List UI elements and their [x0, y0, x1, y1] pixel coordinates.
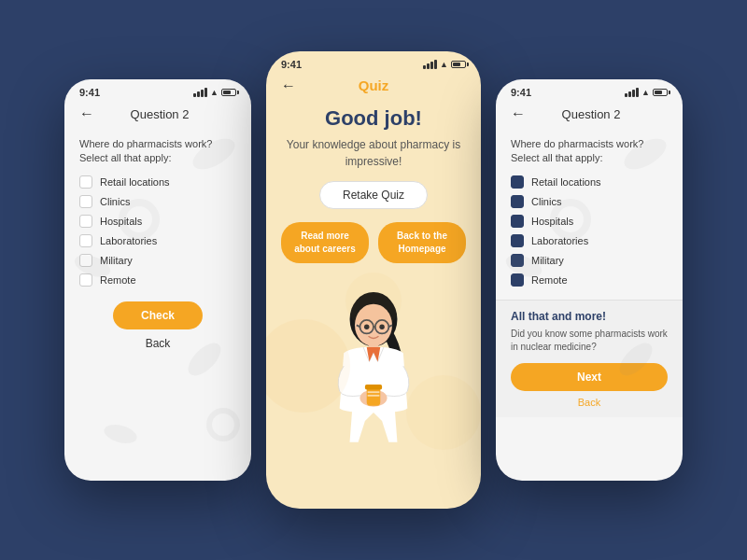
label-clinics-result: Clinics	[531, 196, 561, 207]
checkbox-hospitals[interactable]	[79, 215, 92, 228]
label-retail: Retail locations	[100, 176, 170, 188]
result-subtitle: Did you know some pharmacists work in nu…	[511, 328, 668, 354]
list-item: Clinics	[511, 195, 668, 208]
label-clinics: Clinics	[100, 196, 130, 207]
list-item: Clinics	[79, 195, 236, 208]
back-button[interactable]: Back	[79, 337, 236, 350]
center-status-time: 9:41	[281, 59, 302, 70]
right-signal-icon	[625, 88, 639, 97]
check-button[interactable]: Check	[113, 301, 203, 329]
left-status-bar: 9:41 ▲	[64, 79, 251, 102]
homepage-button[interactable]: Back to the Homepage	[378, 222, 466, 263]
checkbox-remote-result[interactable]	[511, 273, 524, 287]
next-button[interactable]: Next	[511, 363, 668, 391]
checkbox-hospitals-result[interactable]	[511, 215, 524, 228]
label-military-result: Military	[531, 255, 564, 266]
label-remote-result: Remote	[531, 274, 568, 286]
checkbox-remote[interactable]	[79, 273, 92, 287]
right-wifi-icon: ▲	[641, 88, 650, 97]
left-battery-icon	[221, 89, 236, 96]
good-job-subtitle: Your knowledge about pharmacy is impress…	[285, 136, 462, 170]
right-status-icons: ▲	[625, 88, 668, 97]
list-item: Military	[511, 254, 668, 267]
label-labs: Laboratories	[100, 235, 157, 246]
label-remote: Remote	[100, 274, 136, 286]
center-status-bar: 9:41 ▲	[266, 51, 481, 74]
center-header-title: Quiz	[359, 77, 389, 93]
label-military: Military	[100, 255, 133, 266]
right-status-time: 9:41	[511, 87, 531, 98]
center-back-arrow-icon[interactable]: ←	[281, 77, 296, 94]
center-signal-icon	[423, 60, 437, 69]
bg-circles	[266, 273, 481, 459]
label-hospitals: Hospitals	[100, 216, 142, 227]
checkbox-labs[interactable]	[79, 234, 92, 247]
list-item: Remote	[511, 273, 668, 287]
result-title: All that and more!	[511, 310, 668, 323]
action-buttons: Read more about careers Back to the Home…	[281, 222, 466, 263]
center-battery-icon	[451, 61, 466, 68]
svg-point-6	[266, 319, 350, 413]
left-checkbox-list: Retail locations Clinics Hospitals Labor…	[79, 175, 236, 287]
right-phone: 9:41 ▲ ← Question 2 Where do pharmaci	[496, 79, 683, 481]
right-quiz-content: Where do pharmacists work? Select all th…	[496, 130, 683, 294]
label-labs-result: Laboratories	[531, 235, 588, 246]
svg-point-8	[345, 273, 402, 329]
left-back-arrow-icon[interactable]: ←	[79, 105, 94, 122]
checkbox-retail-result[interactable]	[511, 175, 524, 189]
back-button-right[interactable]: Back	[511, 397, 668, 408]
list-item: Hospitals	[79, 215, 236, 228]
checkbox-clinics-result[interactable]	[511, 195, 524, 208]
good-job-title: Good job!	[281, 106, 466, 131]
character-illustration	[266, 273, 481, 459]
right-back-arrow-icon[interactable]: ←	[511, 105, 526, 122]
list-item: Retail locations	[511, 175, 668, 189]
phones-container: 9:41 ▲ ← Question 2 Where do pharmaci	[0, 0, 747, 560]
right-header: ← Question 2	[496, 102, 683, 130]
list-item: Laboratories	[511, 234, 668, 247]
read-more-button[interactable]: Read more about careers	[281, 222, 369, 263]
left-header-title: Question 2	[102, 107, 218, 121]
svg-point-5	[209, 411, 237, 439]
list-item: Military	[79, 254, 236, 267]
checkbox-clinics[interactable]	[79, 195, 92, 208]
list-item: Hospitals	[511, 215, 668, 228]
center-phone: 9:41 ▲ ← Quiz Good job! Your knowledge a	[266, 51, 481, 509]
label-retail-result: Retail locations	[531, 176, 601, 188]
right-question-text: Where do pharmacists work? Select all th…	[511, 137, 668, 166]
list-item: Remote	[79, 273, 236, 287]
checkbox-retail[interactable]	[79, 175, 92, 189]
svg-point-3	[102, 422, 138, 447]
result-panel: All that and more! Did you know some pha…	[496, 300, 683, 417]
left-quiz-content: Where do pharmacists work? Select all th…	[64, 130, 251, 357]
retake-quiz-button[interactable]: Retake Quiz	[319, 181, 428, 209]
svg-point-7	[406, 375, 481, 450]
checkbox-military-result[interactable]	[511, 254, 524, 267]
list-item: Laboratories	[79, 234, 236, 247]
left-header: ← Question 2	[64, 102, 251, 130]
center-status-icons: ▲	[423, 60, 466, 69]
left-wifi-icon: ▲	[210, 88, 218, 97]
left-status-icons: ▲	[193, 88, 236, 97]
right-header-title: Question 2	[533, 107, 649, 121]
right-battery-icon	[653, 89, 668, 96]
left-signal-icon	[193, 88, 207, 97]
list-item: Retail locations	[79, 175, 236, 189]
center-wifi-icon: ▲	[440, 60, 448, 69]
label-hospitals-result: Hospitals	[531, 216, 573, 227]
right-checkbox-list: Retail locations Clinics Hospitals Labor…	[511, 175, 668, 287]
checkbox-labs-result[interactable]	[511, 234, 524, 247]
checkbox-military[interactable]	[79, 254, 92, 267]
left-status-time: 9:41	[79, 87, 100, 98]
center-header: ← Quiz	[266, 74, 481, 97]
left-phone: 9:41 ▲ ← Question 2 Where do pharmaci	[64, 79, 251, 481]
right-status-bar: 9:41 ▲	[496, 79, 683, 102]
left-question-text: Where do pharmacists work? Select all th…	[79, 137, 236, 166]
